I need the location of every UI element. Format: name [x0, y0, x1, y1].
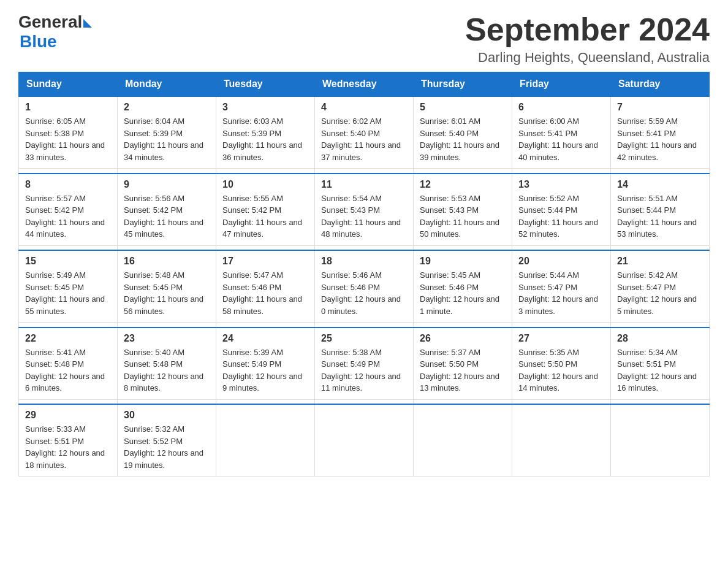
day-number: 5: [420, 102, 506, 113]
day-info: Sunrise: 6:02 AMSunset: 5:40 PMDaylight:…: [321, 117, 401, 162]
day-number: 29: [25, 410, 111, 421]
day-info: Sunrise: 5:45 AMSunset: 5:46 PMDaylight:…: [420, 270, 499, 316]
day-info: Sunrise: 5:40 AMSunset: 5:48 PMDaylight:…: [124, 348, 203, 393]
day-number: 14: [617, 179, 703, 190]
day-info: Sunrise: 5:32 AMSunset: 5:52 PMDaylight:…: [124, 424, 203, 470]
day-info: Sunrise: 5:34 AMSunset: 5:51 PMDaylight:…: [617, 348, 697, 393]
calendar-header-row: Sunday Monday Tuesday Wednesday Thursday…: [19, 72, 710, 97]
day-number: 27: [518, 333, 604, 344]
calendar-day-cell: 25 Sunrise: 5:38 AMSunset: 5:49 PMDaylig…: [315, 327, 414, 400]
calendar-day-cell: [216, 404, 315, 477]
calendar-day-cell: 16 Sunrise: 5:48 AMSunset: 5:45 PMDaylig…: [118, 250, 216, 323]
calendar-day-cell: [315, 404, 414, 477]
day-number: 16: [124, 256, 210, 267]
day-info: Sunrise: 5:46 AMSunset: 5:46 PMDaylight:…: [321, 270, 401, 316]
calendar-spacer-row: [19, 169, 710, 174]
day-number: 3: [222, 102, 308, 113]
day-info: Sunrise: 5:44 AMSunset: 5:47 PMDaylight:…: [518, 270, 598, 316]
day-info: Sunrise: 5:37 AMSunset: 5:50 PMDaylight:…: [420, 348, 499, 393]
day-number: 23: [124, 333, 210, 344]
day-number: 9: [124, 179, 210, 190]
day-info: Sunrise: 6:00 AMSunset: 5:41 PMDaylight:…: [518, 117, 598, 162]
calendar-table: Sunday Monday Tuesday Wednesday Thursday…: [18, 72, 710, 477]
day-info: Sunrise: 6:05 AMSunset: 5:38 PMDaylight:…: [25, 117, 105, 162]
day-number: 15: [25, 256, 111, 267]
header-sunday: Sunday: [19, 72, 118, 97]
calendar-day-cell: 28 Sunrise: 5:34 AMSunset: 5:51 PMDaylig…: [611, 327, 710, 400]
title-section: September 2024 Darling Heights, Queensla…: [465, 12, 710, 66]
calendar-spacer-row: [19, 245, 710, 250]
calendar-day-cell: 27 Sunrise: 5:35 AMSunset: 5:50 PMDaylig…: [512, 327, 611, 400]
day-number: 28: [617, 333, 703, 344]
calendar-day-cell: 20 Sunrise: 5:44 AMSunset: 5:47 PMDaylig…: [512, 250, 611, 323]
day-number: 30: [124, 410, 210, 421]
calendar-week-row: 15 Sunrise: 5:49 AMSunset: 5:45 PMDaylig…: [19, 250, 710, 323]
header-tuesday: Tuesday: [216, 72, 315, 97]
calendar-day-cell: 30 Sunrise: 5:32 AMSunset: 5:52 PMDaylig…: [118, 404, 216, 477]
calendar-day-cell: 10 Sunrise: 5:55 AMSunset: 5:42 PMDaylig…: [216, 174, 315, 246]
day-info: Sunrise: 5:51 AMSunset: 5:44 PMDaylight:…: [617, 194, 697, 239]
calendar-day-cell: 23 Sunrise: 5:40 AMSunset: 5:48 PMDaylig…: [118, 327, 216, 400]
day-info: Sunrise: 5:48 AMSunset: 5:45 PMDaylight:…: [124, 270, 203, 316]
day-number: 17: [222, 256, 308, 267]
day-info: Sunrise: 5:49 AMSunset: 5:45 PMDaylight:…: [25, 270, 105, 316]
calendar-week-row: 22 Sunrise: 5:41 AMSunset: 5:48 PMDaylig…: [19, 327, 710, 400]
header-thursday: Thursday: [414, 72, 512, 97]
day-number: 21: [617, 256, 703, 267]
day-number: 12: [420, 179, 506, 190]
calendar-day-cell: 14 Sunrise: 5:51 AMSunset: 5:44 PMDaylig…: [611, 174, 710, 246]
day-info: Sunrise: 5:33 AMSunset: 5:51 PMDaylight:…: [25, 424, 105, 470]
day-number: 25: [321, 333, 407, 344]
calendar-day-cell: 29 Sunrise: 5:33 AMSunset: 5:51 PMDaylig…: [19, 404, 118, 477]
calendar-day-cell: 24 Sunrise: 5:39 AMSunset: 5:49 PMDaylig…: [216, 327, 315, 400]
day-number: 4: [321, 102, 407, 113]
day-number: 6: [518, 102, 604, 113]
calendar-day-cell: 15 Sunrise: 5:49 AMSunset: 5:45 PMDaylig…: [19, 250, 118, 323]
calendar-spacer-row: [19, 323, 710, 327]
calendar-day-cell: 8 Sunrise: 5:57 AMSunset: 5:42 PMDayligh…: [19, 174, 118, 246]
day-info: Sunrise: 5:47 AMSunset: 5:46 PMDaylight:…: [222, 270, 302, 316]
calendar-day-cell: 12 Sunrise: 5:53 AMSunset: 5:43 PMDaylig…: [414, 174, 512, 246]
calendar-day-cell: [414, 404, 512, 477]
location-subtitle: Darling Heights, Queensland, Australia: [465, 50, 710, 66]
calendar-day-cell: 7 Sunrise: 5:59 AMSunset: 5:41 PMDayligh…: [611, 96, 710, 169]
day-info: Sunrise: 5:55 AMSunset: 5:42 PMDaylight:…: [222, 194, 302, 239]
day-info: Sunrise: 5:56 AMSunset: 5:42 PMDaylight:…: [124, 194, 203, 239]
header-monday: Monday: [118, 72, 216, 97]
day-number: 2: [124, 102, 210, 113]
day-number: 8: [25, 179, 111, 190]
header-wednesday: Wednesday: [315, 72, 414, 97]
calendar-day-cell: 1 Sunrise: 6:05 AMSunset: 5:38 PMDayligh…: [19, 96, 118, 169]
day-info: Sunrise: 5:57 AMSunset: 5:42 PMDaylight:…: [25, 194, 105, 239]
calendar-title: September 2024: [465, 12, 710, 47]
logo-arrow-icon: [83, 19, 92, 28]
day-number: 7: [617, 102, 703, 113]
calendar-day-cell: 3 Sunrise: 6:03 AMSunset: 5:39 PMDayligh…: [216, 96, 315, 169]
page-header: General Blue September 2024 Darling Heig…: [18, 12, 710, 66]
calendar-week-row: 1 Sunrise: 6:05 AMSunset: 5:38 PMDayligh…: [19, 96, 710, 169]
day-number: 18: [321, 256, 407, 267]
calendar-day-cell: 11 Sunrise: 5:54 AMSunset: 5:43 PMDaylig…: [315, 174, 414, 246]
day-info: Sunrise: 5:35 AMSunset: 5:50 PMDaylight:…: [518, 348, 598, 393]
day-info: Sunrise: 5:53 AMSunset: 5:43 PMDaylight:…: [420, 194, 499, 239]
logo-blue-text: Blue: [20, 32, 92, 52]
day-number: 11: [321, 179, 407, 190]
day-info: Sunrise: 6:01 AMSunset: 5:40 PMDaylight:…: [420, 117, 499, 162]
logo: General Blue: [18, 12, 92, 52]
day-info: Sunrise: 5:54 AMSunset: 5:43 PMDaylight:…: [321, 194, 401, 239]
calendar-day-cell: [611, 404, 710, 477]
calendar-day-cell: 6 Sunrise: 6:00 AMSunset: 5:41 PMDayligh…: [512, 96, 611, 169]
day-info: Sunrise: 6:04 AMSunset: 5:39 PMDaylight:…: [124, 117, 203, 162]
calendar-day-cell: 21 Sunrise: 5:42 AMSunset: 5:47 PMDaylig…: [611, 250, 710, 323]
day-info: Sunrise: 5:38 AMSunset: 5:49 PMDaylight:…: [321, 348, 401, 393]
calendar-day-cell: 18 Sunrise: 5:46 AMSunset: 5:46 PMDaylig…: [315, 250, 414, 323]
calendar-spacer-row: [19, 399, 710, 404]
day-info: Sunrise: 5:59 AMSunset: 5:41 PMDaylight:…: [617, 117, 697, 162]
calendar-day-cell: 2 Sunrise: 6:04 AMSunset: 5:39 PMDayligh…: [118, 96, 216, 169]
calendar-day-cell: 26 Sunrise: 5:37 AMSunset: 5:50 PMDaylig…: [414, 327, 512, 400]
header-friday: Friday: [512, 72, 611, 97]
day-info: Sunrise: 5:39 AMSunset: 5:49 PMDaylight:…: [222, 348, 302, 393]
day-info: Sunrise: 5:52 AMSunset: 5:44 PMDaylight:…: [518, 194, 598, 239]
calendar-week-row: 29 Sunrise: 5:33 AMSunset: 5:51 PMDaylig…: [19, 404, 710, 477]
calendar-day-cell: 22 Sunrise: 5:41 AMSunset: 5:48 PMDaylig…: [19, 327, 118, 400]
